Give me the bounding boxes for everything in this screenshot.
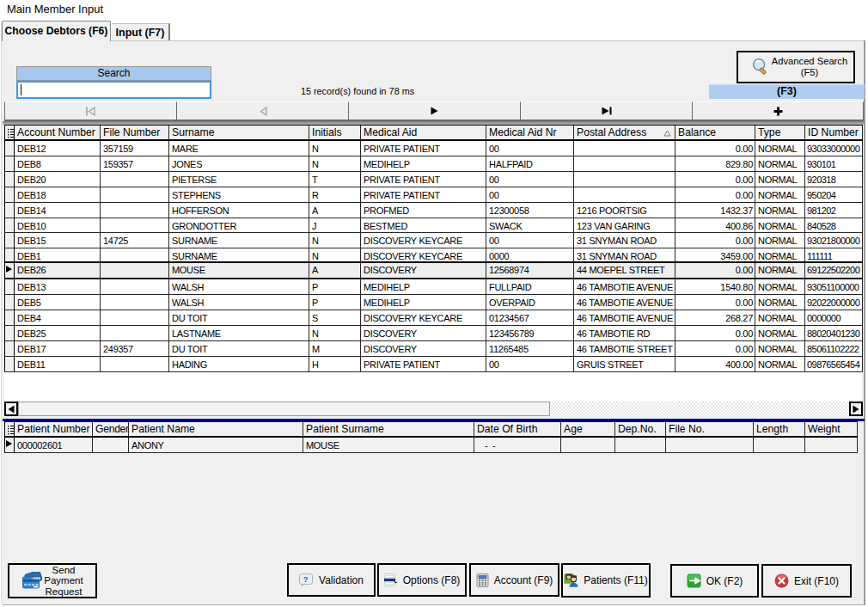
svg-text:?: ? <box>303 575 309 584</box>
svg-text:VISA: VISA <box>34 577 40 580</box>
